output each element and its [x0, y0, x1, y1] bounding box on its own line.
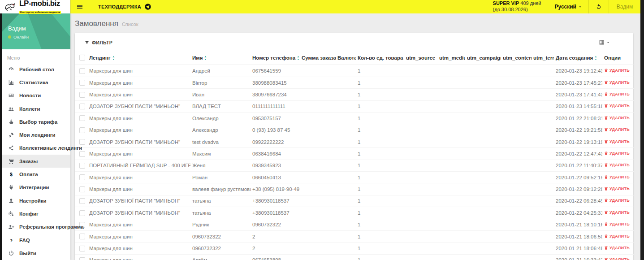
- hamburger-menu-button[interactable]: [70, 0, 89, 13]
- delete-button[interactable]: УДАЛИТЬ: [604, 222, 630, 226]
- delete-button[interactable]: УДАЛИТЬ: [604, 234, 630, 238]
- sidebar-item-icon: [8, 250, 14, 256]
- cell-sum: [300, 195, 336, 207]
- row-checkbox[interactable]: [79, 104, 85, 109]
- row-checkbox[interactable]: [79, 92, 85, 98]
- delete-button[interactable]: УДАЛИТЬ: [604, 127, 630, 132]
- sidebar-item-integrations[interactable]: Интеграции: [2, 181, 70, 194]
- delete-button[interactable]: УДАЛИТЬ: [604, 104, 630, 108]
- logo[interactable]: LP-mobi.biz Конструктор мобильных лендин…: [0, 0, 70, 13]
- row-checkbox[interactable]: [79, 246, 85, 251]
- row-checkbox[interactable]: [79, 151, 85, 157]
- trash-icon: [604, 151, 608, 156]
- sidebar-item-referral[interactable]: Реферальная программа: [2, 221, 70, 234]
- sidebar-item-label: Новости: [19, 93, 41, 98]
- cell-name: Андрей: [190, 65, 251, 77]
- columns-toggle-button[interactable]: [599, 39, 627, 45]
- sidebar-item-config[interactable]: Конфиг: [2, 207, 70, 220]
- delete-button[interactable]: УДАЛИТЬ: [604, 257, 630, 260]
- sidebar-item-icon: [8, 106, 14, 112]
- cell-currency: [336, 230, 356, 242]
- support-button[interactable]: ТЕХПОДДЕРЖКА: [89, 0, 160, 13]
- cell-currency: [336, 195, 356, 207]
- sidebar-item-stats[interactable]: Статистика: [2, 76, 70, 89]
- online-status-dot: [8, 35, 11, 39]
- table-row: ДОЗАТОР ЗУБНОЇ ПАСТИ "МИНЬОН" ВЛАД ТЕСТ …: [75, 100, 634, 112]
- row-checkbox[interactable]: [79, 127, 85, 133]
- cell-utm-medium: [437, 65, 465, 77]
- delete-button[interactable]: УДАЛИТЬ: [604, 68, 630, 73]
- sidebar-item-dashboard[interactable]: Рабочий стол: [2, 63, 70, 76]
- cell-phone: 0960732322: [251, 219, 300, 230]
- row-checkbox[interactable]: [79, 80, 85, 86]
- row-checkbox[interactable]: [79, 186, 85, 192]
- cell-phone: 380976687234: [251, 89, 300, 100]
- online-status-label: Онлайн: [13, 35, 29, 39]
- sidebar-item-payment[interactable]: Оплата: [2, 168, 70, 181]
- column-header-name[interactable]: Имя: [190, 51, 251, 65]
- row-checkbox[interactable]: [79, 210, 85, 216]
- language-selector[interactable]: Русский: [549, 4, 589, 10]
- delete-button[interactable]: УДАЛИТЬ: [604, 80, 630, 85]
- column-header-landing[interactable]: Лендинг: [87, 51, 190, 65]
- plan-info: SUPER VIP 409 дней (до 30.08.2026): [493, 0, 549, 13]
- delete-button[interactable]: УДАЛИТЬ: [604, 139, 630, 144]
- table-row: Маркеры для шин Максим 0638416684 1 2020…: [75, 148, 634, 160]
- sidebar-item-orders[interactable]: Заказы: [2, 155, 70, 168]
- cell-utm-content: [501, 148, 532, 160]
- trash-icon: [604, 92, 608, 96]
- table-row: Маркеры для шин Артём 0674653898 1 2020-…: [75, 254, 634, 260]
- cell-utm-term: [532, 219, 554, 230]
- cell-utm-source: [404, 171, 437, 183]
- sidebar-item-my-landings[interactable]: Мои лендинги: [2, 128, 70, 141]
- orders-card: ФИЛЬТР Лендинг Имя Номер телефона: [75, 33, 633, 260]
- column-header-created[interactable]: Дата создания: [554, 51, 602, 65]
- row-checkbox[interactable]: [79, 68, 85, 74]
- delete-label: УДАЛИТЬ: [609, 139, 630, 144]
- delete-button[interactable]: УДАЛИТЬ: [604, 163, 630, 167]
- cell-landing: Маркеры для шин: [87, 148, 190, 160]
- cell-utm-content: [501, 171, 532, 183]
- sidebar: Вадим Онлайн Меню Рабочий стол Статистик…: [0, 13, 70, 260]
- refresh-button[interactable]: [588, 0, 609, 13]
- sidebar-item-tariff[interactable]: Выбор тарифа: [2, 115, 70, 128]
- column-header-phone[interactable]: Номер телефона: [251, 51, 300, 65]
- row-checkbox[interactable]: [79, 163, 85, 169]
- sidebar-item-collective-landings[interactable]: Коллективные лендинги: [2, 142, 70, 155]
- delete-button[interactable]: УДАЛИТЬ: [604, 246, 630, 250]
- sidebar-item-news[interactable]: Новости: [2, 89, 70, 102]
- cell-sum: [300, 183, 336, 195]
- sidebar-item-logout[interactable]: Выйти: [2, 247, 70, 260]
- sidebar-item-settings[interactable]: Настройки: [2, 194, 70, 207]
- scrollbar[interactable]: [640, 0, 644, 260]
- delete-button[interactable]: УДАЛИТЬ: [604, 210, 630, 215]
- select-all-checkbox[interactable]: [79, 55, 85, 61]
- delete-button[interactable]: УДАЛИТЬ: [604, 151, 630, 156]
- row-checkbox[interactable]: [79, 115, 85, 121]
- cell-qty: 1: [356, 207, 404, 219]
- cell-utm-campaign: [465, 195, 501, 207]
- cell-currency: [336, 254, 356, 260]
- sidebar-item-label: FAQ: [19, 238, 30, 243]
- cell-qty: 1: [356, 230, 404, 242]
- delete-button[interactable]: УДАЛИТЬ: [604, 92, 630, 96]
- delete-button[interactable]: УДАЛИТЬ: [604, 175, 630, 179]
- cell-utm-term: [532, 243, 554, 254]
- sidebar-item-icon: [8, 119, 14, 125]
- cell-utm-content: [501, 77, 532, 88]
- cell-sum: [300, 219, 336, 230]
- row-checkbox[interactable]: [79, 234, 85, 239]
- delete-button[interactable]: УДАЛИТЬ: [604, 186, 630, 191]
- row-checkbox[interactable]: [79, 139, 85, 145]
- filter-button[interactable]: ФИЛЬТР: [85, 40, 112, 45]
- delete-button[interactable]: УДАЛИТЬ: [604, 198, 630, 203]
- sidebar-item-faq[interactable]: FAQ: [2, 234, 70, 247]
- row-checkbox[interactable]: [79, 198, 85, 204]
- delete-button[interactable]: УДАЛИТЬ: [604, 116, 630, 120]
- cell-currency: [336, 243, 356, 254]
- topbar-username[interactable]: Вадим: [609, 0, 644, 13]
- cell-utm-content: [501, 65, 532, 77]
- row-checkbox[interactable]: [79, 174, 85, 180]
- sidebar-item-colleagues[interactable]: Коллеги: [2, 102, 70, 115]
- row-checkbox[interactable]: [79, 257, 85, 260]
